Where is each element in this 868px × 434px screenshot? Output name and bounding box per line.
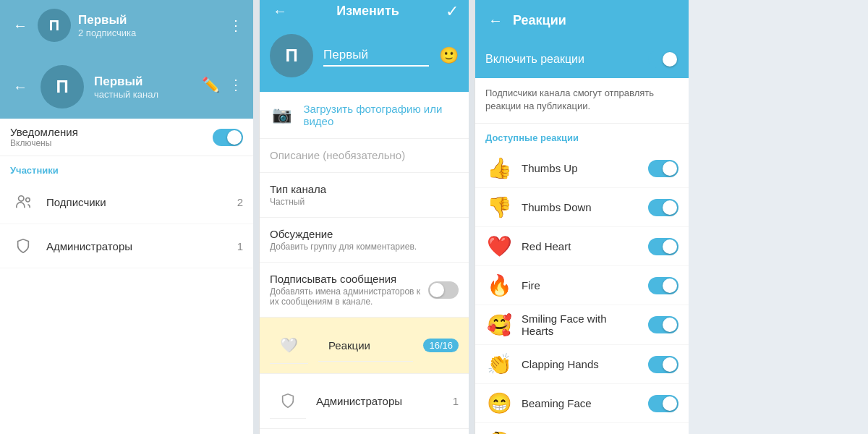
admins-menu-icon <box>270 383 306 419</box>
channel-header-top: ← П Первый 2 подписчика ⋮ <box>0 0 253 51</box>
reaction-clapping-hands[interactable]: 👏 Clapping Hands <box>475 345 689 384</box>
channel-header-main: ← П Первый частный канал ✏️ ⋮ <box>0 51 253 119</box>
discussion-item[interactable]: Обсуждение Добавить группу для комментар… <box>260 218 469 263</box>
enable-reactions-toggle[interactable] <box>648 51 678 68</box>
beaming-face-emoji: 😁 <box>485 391 513 415</box>
reaction-fire[interactable]: 🔥 Fire <box>475 266 689 305</box>
desc-placeholder: Описание (необязательно) <box>270 149 405 161</box>
reaction-thumbs-down[interactable]: 👎 Thumbs Down <box>475 188 689 227</box>
left-panel: ← П Первый 2 подписчика ⋮ ← П Первый час… <box>0 0 253 434</box>
fire-name: Fire <box>522 279 639 292</box>
enable-reactions-row: Включить реакции <box>475 41 689 78</box>
avatar-small: П <box>38 9 71 42</box>
subscribers-item[interactable]: Подписчики 2 <box>0 180 253 224</box>
admins-menu-count: 1 <box>453 395 459 407</box>
channel-subscribers: 2 подписчика <box>78 27 136 38</box>
admins-menu-item[interactable]: Администраторы 1 <box>260 374 469 429</box>
clapping-hands-toggle[interactable] <box>648 356 678 373</box>
thumbs-down-emoji: 👎 <box>485 195 513 219</box>
thumbs-down-toggle[interactable] <box>648 199 678 216</box>
red-heart-toggle[interactable] <box>648 238 678 255</box>
thumbs-up-toggle[interactable] <box>648 160 678 177</box>
admins-item[interactable]: Администраторы 1 <box>0 224 253 268</box>
beaming-face-name: Beaming Face <box>522 397 639 409</box>
reactions-title: Реакции <box>513 13 678 28</box>
fire-toggle[interactable] <box>648 277 678 294</box>
channel-type: частный канал <box>94 89 158 100</box>
back-button-main[interactable]: ← <box>10 76 30 98</box>
sign-sub: Добавлять имена администраторов к их соо… <box>270 286 421 307</box>
notifications-title: Уведомления <box>10 126 213 138</box>
edit-icon[interactable]: ✏️ <box>202 76 220 93</box>
subscribers-label: Подписчики <box>46 196 227 208</box>
red-heart-name: Red Heart <box>522 240 639 252</box>
red-heart-emoji: ❤️ <box>485 234 513 258</box>
discussion-content: Обсуждение Добавить группу для комментар… <box>270 228 459 252</box>
reaction-list: 👍 Thumbs Up 👎 Thumbs Down ❤️ Red Heart 🔥… <box>475 149 689 434</box>
name-input-wrap <box>323 45 429 67</box>
beaming-face-toggle[interactable] <box>648 395 678 412</box>
desc-row[interactable]: Описание (необязательно) <box>260 139 469 173</box>
back-button[interactable]: ← <box>10 14 30 37</box>
smiling-hearts-name: Smiling Face with Hearts <box>522 312 639 337</box>
notifications-label: Уведомления Включены <box>10 126 213 148</box>
enable-label: Включить реакции <box>485 53 641 66</box>
subscribers-menu-item[interactable]: Подписчики 2 <box>260 429 469 434</box>
admins-count: 1 <box>237 240 243 252</box>
notifications-toggle[interactable] <box>213 129 243 146</box>
edit-back-button[interactable]: ← <box>270 0 290 22</box>
thumbs-down-name: Thumbs Down <box>522 201 639 213</box>
smiling-hearts-emoji: 🥰 <box>485 313 513 337</box>
clapping-hands-emoji: 👏 <box>485 352 513 376</box>
channel-main-info: Первый частный канал <box>94 75 158 100</box>
edit-title: Изменить <box>297 4 438 19</box>
photo-row[interactable]: 📷 Загрузить фотографию или видео <box>260 92 469 139</box>
svg-point-1 <box>26 198 30 203</box>
reactions-desc: Подписчики канала смогут отправлять реак… <box>475 78 689 124</box>
reactions-header: ← Реакции <box>475 0 689 41</box>
save-check-button[interactable]: ✓ <box>446 2 459 21</box>
svg-point-0 <box>19 196 24 201</box>
profile-edit-section: П 🙂 <box>260 22 469 92</box>
fire-emoji: 🔥 <box>485 273 513 297</box>
more-menu-button[interactable]: ⋮ <box>229 17 243 34</box>
reaction-thinking-face[interactable]: 🤔 Thinking Face <box>475 423 689 434</box>
avatar-main: П <box>41 65 84 109</box>
more-icon[interactable]: ⋮ <box>229 76 243 93</box>
subscribers-icon <box>10 189 36 215</box>
notifications-row: Уведомления Включены <box>0 119 253 156</box>
channel-name-main: Первый <box>94 75 158 89</box>
camera-icon: 📷 <box>270 102 293 128</box>
sign-content: Подписывать сообщения Добавлять имена ад… <box>270 273 421 307</box>
middle-panel: ← Изменить ✓ П 🙂 📷 Загрузить фотографию … <box>259 0 469 434</box>
edit-header: ← Изменить ✓ <box>260 0 469 22</box>
channel-name-top: Первый <box>78 13 136 27</box>
thumbs-up-name: Thumbs Up <box>522 162 639 174</box>
sign-toggle[interactable] <box>428 281 459 299</box>
photo-label: Загрузить фотографию или видео <box>303 103 459 127</box>
emoji-button[interactable]: 🙂 <box>439 46 459 65</box>
channel-type-value: Частный <box>270 197 459 207</box>
admins-icon <box>10 233 36 259</box>
reaction-smiling-hearts[interactable]: 🥰 Smiling Face with Hearts <box>475 305 689 345</box>
admins-menu-label: Администраторы <box>316 395 443 407</box>
reactions-menu-item[interactable]: 🤍 Реакции 16/16 <box>260 318 469 374</box>
reaction-thumbs-up[interactable]: 👍 Thumbs Up <box>475 149 689 188</box>
reactions-back-button[interactable]: ← <box>485 9 506 32</box>
clapping-hands-name: Clapping Hands <box>522 358 639 370</box>
discussion-sub: Добавить группу для комментариев. <box>270 242 459 252</box>
channel-type-content: Тип канала Частный <box>270 183 459 207</box>
admins-label: Администраторы <box>46 240 227 252</box>
edit-avatar[interactable]: П <box>270 34 313 77</box>
channel-name-input[interactable] <box>323 45 429 67</box>
discussion-title: Обсуждение <box>270 228 459 240</box>
sign-item[interactable]: Подписывать сообщения Добавлять имена ад… <box>260 263 469 318</box>
available-reactions-header: Доступные реакции <box>475 124 689 149</box>
subscribers-count: 2 <box>237 196 243 208</box>
participants-header: Участники <box>0 156 253 180</box>
reaction-red-heart[interactable]: ❤️ Red Heart <box>475 227 689 266</box>
thinking-face-emoji: 🤔 <box>485 430 513 434</box>
channel-type-item[interactable]: Тип канала Частный <box>260 173 469 218</box>
reaction-beaming-face[interactable]: 😁 Beaming Face <box>475 384 689 423</box>
smiling-hearts-toggle[interactable] <box>648 316 678 333</box>
